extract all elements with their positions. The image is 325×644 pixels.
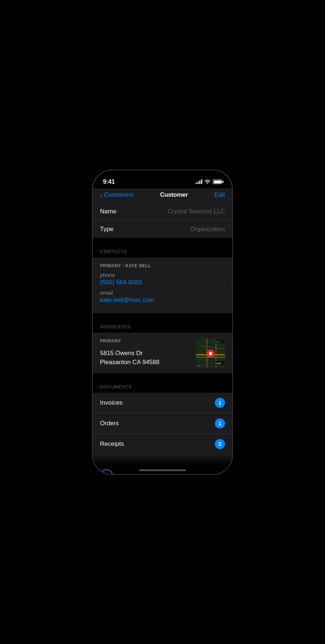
svg-text:Ow...: Ow... bbox=[197, 365, 202, 367]
map-thumbnail[interactable]: Hac Legal Ow... bbox=[196, 338, 225, 367]
addresses-section-header: ADDRESSES bbox=[93, 316, 232, 333]
spacer-2 bbox=[93, 313, 232, 316]
address-line1: 5815 Owens Dr bbox=[100, 350, 143, 357]
receipts-row[interactable]: Receipts 2 bbox=[93, 434, 232, 454]
back-arrow-icon: ‹ bbox=[100, 191, 103, 199]
email-field: email kate-bell@mac.com bbox=[100, 290, 225, 304]
invoices-count: 1 bbox=[218, 400, 221, 406]
add-icon: + bbox=[104, 472, 109, 474]
back-button-label: Customers bbox=[104, 191, 134, 199]
edit-button[interactable]: Edit bbox=[214, 191, 225, 199]
address-card[interactable]: PRIMARY 5815 Owens Dr Pleasanton CA 9458… bbox=[93, 333, 232, 373]
svg-text:Hac: Hac bbox=[217, 341, 221, 343]
main-content: Name Crystal Services LLC Type Organizat… bbox=[93, 203, 232, 474]
receipts-label: Receipts bbox=[100, 440, 124, 448]
status-icons bbox=[196, 179, 222, 185]
type-value: Organization bbox=[190, 226, 225, 233]
status-time: 9:41 bbox=[103, 178, 115, 185]
addresses-section-label: ADDRESSES bbox=[100, 324, 131, 329]
wifi-icon bbox=[204, 179, 211, 185]
contact-primary-label: PRIMARY - KATE BELL bbox=[100, 263, 225, 268]
name-value: Crystal Services LLC bbox=[168, 208, 225, 215]
spacer-3 bbox=[93, 373, 232, 376]
invoices-badge: 1 bbox=[215, 398, 225, 408]
documents-section-header: DOCUMENTS bbox=[93, 376, 232, 393]
type-label: Type bbox=[100, 226, 113, 233]
contacts-section-header: CONTACTS bbox=[93, 241, 232, 257]
svg-point-10 bbox=[209, 352, 212, 355]
receipts-count: 2 bbox=[218, 441, 221, 447]
page-title: Customer bbox=[160, 191, 188, 199]
signal-icon bbox=[196, 179, 202, 184]
name-row: Name Crystal Services LLC bbox=[93, 203, 232, 221]
phone-value[interactable]: (555) 564-8583 bbox=[100, 279, 142, 286]
spacer-1 bbox=[93, 238, 232, 241]
name-label: Name bbox=[100, 208, 116, 215]
home-indicator bbox=[139, 469, 186, 471]
orders-row[interactable]: Orders 1 bbox=[93, 413, 232, 434]
address-line2: Pleasanton CA 94588 bbox=[100, 359, 159, 366]
type-row: Type Organization bbox=[93, 221, 232, 238]
customer-info-group: Name Crystal Services LLC Type Organizat… bbox=[93, 203, 232, 238]
contacts-section-label: CONTACTS bbox=[100, 249, 127, 254]
documents-section-label: DOCUMENTS bbox=[100, 384, 132, 389]
orders-label: Orders bbox=[100, 420, 119, 427]
invoices-row[interactable]: Invoices 1 bbox=[93, 393, 232, 413]
svg-text:Legal: Legal bbox=[215, 362, 221, 365]
battery-icon bbox=[213, 179, 222, 184]
email-value[interactable]: kate-bell@mac.com bbox=[100, 297, 154, 303]
phone-field: phone (555) 564-8583 › bbox=[100, 272, 225, 286]
documents-group: Invoices 1 Orders 1 Receipts 2 bbox=[93, 393, 232, 454]
back-button[interactable]: ‹ Customers bbox=[100, 191, 134, 199]
address-primary-label: PRIMARY bbox=[100, 338, 192, 344]
email-label: email bbox=[100, 290, 225, 296]
navigation-bar: ‹ Customers Customer Edit bbox=[93, 188, 232, 203]
invoices-label: Invoices bbox=[100, 399, 122, 406]
notch bbox=[139, 170, 186, 183]
phone-label: phone bbox=[100, 272, 225, 278]
orders-badge: 1 bbox=[215, 418, 225, 428]
doc-bottom-fade bbox=[93, 454, 232, 465]
phone-chevron-icon: › bbox=[223, 279, 225, 286]
address-text: 5815 Owens Dr Pleasanton CA 94588 bbox=[100, 349, 192, 367]
contact-card[interactable]: PRIMARY - KATE BELL phone (555) 564-8583… bbox=[93, 257, 232, 313]
orders-count: 1 bbox=[218, 421, 221, 426]
add-button[interactable]: + bbox=[100, 469, 113, 474]
receipts-badge: 2 bbox=[215, 439, 225, 449]
